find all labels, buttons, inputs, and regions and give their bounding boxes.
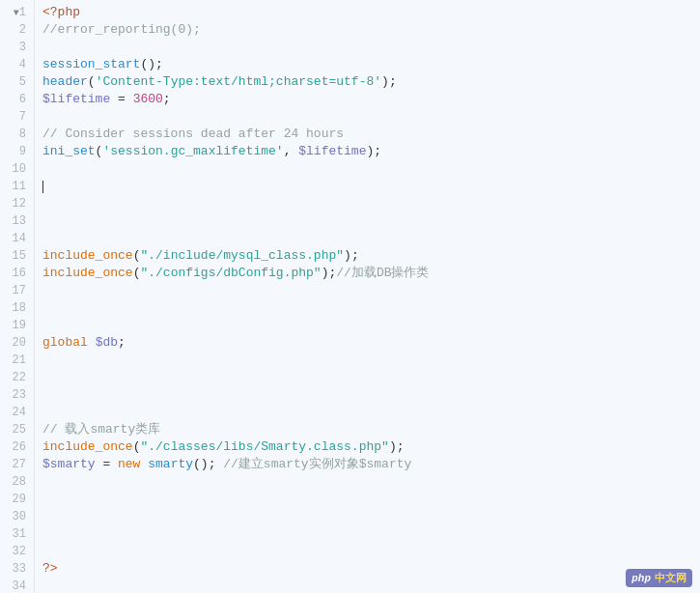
- line-number: 12: [0, 195, 26, 212]
- code-line: [42, 578, 700, 593]
- code-token-plain: =: [110, 92, 132, 106]
- php-label: php: [631, 573, 651, 584]
- code-line: [42, 178, 700, 195]
- code-token-kw: include_once: [42, 439, 133, 454]
- code-line: // Consider sessions dead after 24 hours: [42, 126, 700, 143]
- code-token-str: "./classes/libs/Smarty.class.php": [140, 439, 388, 454]
- code-token-fn: session_start: [42, 57, 140, 71]
- line-number: 15: [0, 247, 26, 265]
- line-number: 4: [0, 56, 26, 73]
- code-token-plain: ;: [163, 92, 171, 106]
- line-number: 26: [0, 438, 26, 456]
- code-line: [42, 39, 700, 56]
- code-token-plain: ();: [193, 457, 223, 471]
- line-number: 27: [0, 456, 26, 473]
- code-token-str: 'Content-Type:text/html;charset=utf-8': [96, 74, 381, 89]
- line-numbers: ▼123456789101112131415161718192021222324…: [0, 0, 35, 593]
- code-line: header('Content-Type:text/html;charset=u…: [42, 73, 700, 91]
- code-line: global $db;: [42, 334, 700, 352]
- code-area: ▼123456789101112131415161718192021222324…: [0, 0, 700, 593]
- code-line: [42, 160, 700, 178]
- line-number: 16: [0, 265, 26, 282]
- code-line: include_once("./classes/libs/Smarty.clas…: [42, 438, 700, 456]
- code-line: [42, 491, 700, 508]
- code-token-plain: );: [381, 74, 397, 89]
- line-number: 30: [0, 508, 26, 525]
- code-line: [42, 282, 700, 299]
- line-number: ▼1: [0, 4, 26, 21]
- site-label: 中文网: [655, 571, 686, 585]
- line-number: 17: [0, 282, 26, 299]
- line-number: 7: [0, 108, 26, 126]
- php-badge: php 中文网: [626, 569, 692, 587]
- code-token-plain: ();: [140, 57, 162, 71]
- line-number: 8: [0, 126, 26, 143]
- text-cursor: [42, 181, 43, 193]
- code-token-kw: global: [42, 335, 88, 350]
- line-number: 14: [0, 230, 26, 247]
- line-number: 20: [0, 334, 26, 352]
- line-number: 25: [0, 421, 26, 438]
- code-token-var: $lifetime: [298, 144, 366, 158]
- code-token-tag: <?php: [42, 5, 80, 19]
- code-line: [42, 386, 700, 404]
- code-token-plain: (: [88, 74, 96, 89]
- code-line: $smarty = new smarty(); //建立smarty实例对象$s…: [42, 456, 700, 473]
- code-token-str: "./include/mysql_class.php": [140, 248, 344, 263]
- code-line: [42, 543, 700, 560]
- code-line: // 载入smarty类库: [42, 421, 700, 438]
- code-line: //error_reporting(0);: [42, 21, 700, 39]
- code-line: session_start();: [42, 56, 700, 73]
- code-token-fn: ini_set: [42, 144, 96, 158]
- code-token-plain: );: [344, 248, 359, 263]
- code-token-plain: );: [322, 266, 337, 280]
- line-number: 9: [0, 143, 26, 160]
- line-number: 10: [0, 160, 26, 178]
- line-number: 11: [0, 178, 26, 195]
- code-token-str: 'session.gc_maxlifetime': [102, 144, 283, 158]
- code-line: ?>: [42, 560, 700, 578]
- code-token-num: 3600: [133, 92, 163, 106]
- code-token-plain: );: [366, 144, 381, 158]
- code-line: include_once("./configs/dbConfig.php");/…: [42, 265, 700, 282]
- code-token-plain: [88, 335, 96, 350]
- code-token-var: $db: [96, 335, 118, 350]
- code-line: ini_set('session.gc_maxlifetime', $lifet…: [42, 143, 700, 160]
- line-number: 24: [0, 404, 26, 421]
- code-token-kw: include_once: [42, 266, 133, 280]
- line-number: 13: [0, 212, 26, 230]
- line-number: 32: [0, 543, 26, 560]
- line-number: 29: [0, 491, 26, 508]
- line-number: 6: [0, 91, 26, 108]
- code-line: [42, 473, 700, 491]
- code-token-cmt: //加载DB操作类: [336, 266, 429, 280]
- line-number: 28: [0, 473, 26, 491]
- code-token-tag: ?>: [42, 561, 58, 576]
- code-line: include_once("./include/mysql_class.php"…: [42, 247, 700, 265]
- line-number: 21: [0, 352, 26, 369]
- code-token-var: $smarty: [42, 457, 96, 471]
- line-number: 34: [0, 578, 26, 593]
- code-content[interactable]: <?php//error_reporting(0);session_start(…: [35, 0, 700, 593]
- code-line: $lifetime = 3600;: [42, 91, 700, 108]
- code-token-str: "./configs/dbConfig.php": [140, 266, 321, 280]
- line-number: 5: [0, 73, 26, 91]
- code-line: [42, 108, 700, 126]
- code-token-plain: ,: [284, 144, 299, 158]
- line-number: 2: [0, 21, 26, 39]
- code-line: [42, 212, 700, 230]
- code-token-cmt: // 载入smarty类库: [42, 422, 160, 437]
- editor-container: ▼123456789101112131415161718192021222324…: [0, 0, 700, 593]
- code-token-cmt: //error_reporting(0);: [42, 22, 201, 37]
- code-token-plain: ;: [118, 335, 126, 350]
- code-token-kw: include_once: [42, 248, 133, 263]
- code-token-kw: new: [118, 457, 140, 471]
- code-line: [42, 508, 700, 525]
- code-line: [42, 369, 700, 386]
- code-line: [42, 404, 700, 421]
- code-token-var: $lifetime: [42, 92, 110, 106]
- code-line: [42, 352, 700, 369]
- code-line: [42, 299, 700, 317]
- code-line: [42, 230, 700, 247]
- line-number: 22: [0, 369, 26, 386]
